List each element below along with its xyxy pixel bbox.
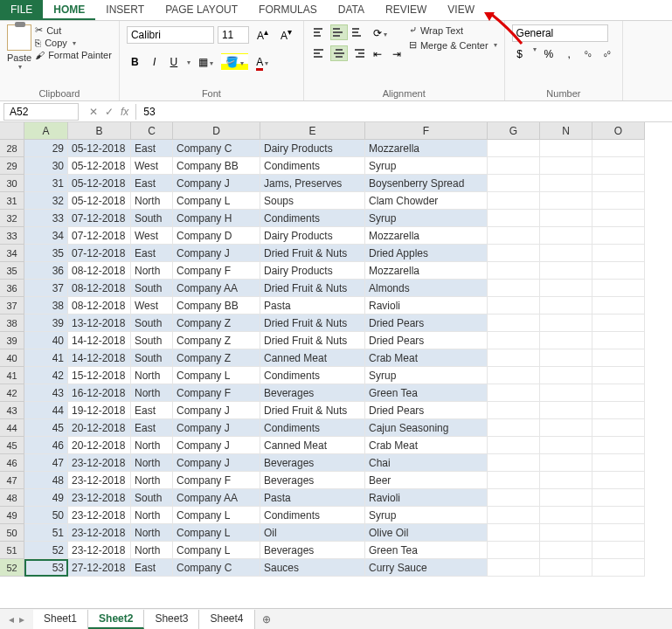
cell[interactable]: 08-12-2018 <box>68 297 131 314</box>
row-header[interactable]: 30 <box>0 175 24 192</box>
row-header[interactable]: 45 <box>0 437 24 454</box>
cell[interactable] <box>488 297 540 314</box>
cell[interactable] <box>488 437 540 454</box>
row-header[interactable]: 41 <box>0 367 24 384</box>
cell[interactable]: Company J <box>173 245 260 262</box>
cell[interactable]: Dried Fruit & Nuts <box>260 332 365 349</box>
cell[interactable] <box>592 472 645 489</box>
cell[interactable]: East <box>131 175 173 192</box>
cell[interactable]: Company L <box>173 542 260 559</box>
column-header-F[interactable]: F <box>365 122 488 140</box>
font-size-select[interactable] <box>218 26 249 44</box>
cell[interactable] <box>592 314 645 332</box>
sheet-nav-next[interactable]: ▸ <box>19 613 24 626</box>
row-header[interactable]: 31 <box>0 192 24 210</box>
cell[interactable]: 05-12-2018 <box>68 140 131 157</box>
cell[interactable] <box>592 297 645 314</box>
cell[interactable]: Pasta <box>260 297 365 314</box>
bold-button[interactable]: B <box>127 53 143 71</box>
cell[interactable]: North <box>131 507 173 524</box>
underline-button[interactable]: U <box>166 53 183 71</box>
cell[interactable]: 51 <box>24 524 68 542</box>
cell[interactable] <box>592 140 645 157</box>
cell[interactable] <box>488 157 540 175</box>
cell[interactable]: Cajun Seasoning <box>365 419 488 437</box>
cell[interactable]: Company F <box>173 262 260 280</box>
sheet-nav-prev[interactable]: ◂ <box>9 613 14 626</box>
cell[interactable] <box>488 384 540 402</box>
cell[interactable] <box>488 419 540 437</box>
cell[interactable] <box>592 210 645 227</box>
cell[interactable]: North <box>131 524 173 542</box>
cell[interactable]: 19-12-2018 <box>68 402 131 419</box>
cell[interactable]: Chai <box>365 454 488 472</box>
cell[interactable]: South <box>131 210 173 227</box>
cut-button[interactable]: ✂Cut <box>35 24 112 36</box>
row-header[interactable]: 46 <box>0 454 24 472</box>
cell[interactable]: Ravioli <box>365 297 488 314</box>
cell[interactable]: Sauces <box>260 559 365 577</box>
cell[interactable]: 38 <box>24 297 68 314</box>
column-header-E[interactable]: E <box>260 122 365 140</box>
cell[interactable]: Company Z <box>173 349 260 367</box>
cell[interactable]: Dried Fruit & Nuts <box>260 245 365 262</box>
cell[interactable]: Dried Pears <box>365 332 488 349</box>
cell[interactable]: 41 <box>24 349 68 367</box>
cell[interactable] <box>592 175 645 192</box>
row-header[interactable]: 43 <box>0 402 24 419</box>
cell[interactable]: 30 <box>24 157 68 175</box>
fx-icon[interactable]: fx <box>121 106 128 118</box>
cell[interactable] <box>540 262 592 280</box>
row-header[interactable]: 34 <box>0 245 24 262</box>
cell[interactable]: 13-12-2018 <box>68 314 131 332</box>
decrease-decimal-button[interactable]: ₀⁰ <box>599 45 615 63</box>
column-header-A[interactable]: A <box>24 122 68 140</box>
cell[interactable]: Company D <box>173 227 260 245</box>
cell[interactable]: 20-12-2018 <box>68 419 131 437</box>
cell[interactable]: East <box>131 402 173 419</box>
cell[interactable]: 40 <box>24 332 68 349</box>
currency-button[interactable]: $ <box>512 45 528 63</box>
align-center-button[interactable] <box>330 45 348 61</box>
fill-color-button[interactable]: 🪣▾ <box>221 53 248 71</box>
name-box[interactable] <box>3 103 79 121</box>
cell[interactable] <box>540 507 592 524</box>
cell[interactable] <box>540 384 592 402</box>
cell[interactable] <box>488 507 540 524</box>
cell[interactable]: 32 <box>24 192 68 210</box>
row-header[interactable]: 44 <box>0 419 24 437</box>
cell[interactable]: 44 <box>24 402 68 419</box>
cell[interactable]: South <box>131 489 173 507</box>
cell[interactable]: Company AA <box>173 280 260 297</box>
cell[interactable]: 49 <box>24 489 68 507</box>
cell[interactable]: Beverages <box>260 454 365 472</box>
add-sheet-button[interactable]: ⊕ <box>255 611 278 628</box>
cell[interactable]: Condiments <box>260 419 365 437</box>
cell[interactable]: Almonds <box>365 280 488 297</box>
cell[interactable]: Pasta <box>260 489 365 507</box>
select-all-corner[interactable] <box>0 122 24 140</box>
cell[interactable]: 05-12-2018 <box>68 175 131 192</box>
cell[interactable]: 50 <box>24 507 68 524</box>
cell[interactable] <box>488 175 540 192</box>
cell[interactable] <box>488 402 540 419</box>
cell[interactable]: Dried Fruit & Nuts <box>260 402 365 419</box>
tab-page-layout[interactable]: PAGE LAYOUT <box>155 0 248 20</box>
percent-button[interactable]: % <box>540 45 558 63</box>
tab-file[interactable]: FILE <box>0 0 43 20</box>
border-button[interactable]: ▦▾ <box>194 53 218 71</box>
cell[interactable] <box>592 542 645 559</box>
row-header[interactable]: 29 <box>0 157 24 175</box>
cell[interactable]: Condiments <box>260 210 365 227</box>
cell[interactable]: East <box>131 245 173 262</box>
comma-button[interactable]: , <box>561 45 577 63</box>
cell[interactable] <box>592 245 645 262</box>
decrease-indent-button[interactable]: ⇤ <box>369 45 386 63</box>
column-header-N[interactable]: N <box>540 122 592 140</box>
cell[interactable] <box>540 542 592 559</box>
cell[interactable]: Syrup <box>365 367 488 384</box>
tab-review[interactable]: REVIEW <box>375 0 437 20</box>
cell[interactable] <box>592 384 645 402</box>
cell[interactable] <box>592 437 645 454</box>
cell[interactable] <box>592 559 645 577</box>
